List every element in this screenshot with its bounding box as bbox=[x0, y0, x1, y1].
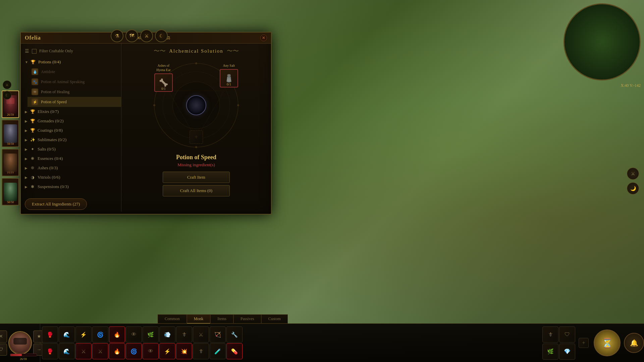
craft-all-button[interactable]: Craft All Items (0) bbox=[163, 185, 230, 196]
action-btn-2[interactable]: ☾ bbox=[3, 91, 11, 100]
recipe-animal-speaking[interactable]: 🐾 Potion of Animal Speaking bbox=[28, 77, 121, 87]
utility-slots: 🗡 🛡 🌿 💎 bbox=[541, 325, 577, 361]
portrait-4[interactable]: 50/50 bbox=[2, 178, 19, 205]
action-btn-1[interactable]: ⚔ bbox=[3, 80, 11, 89]
hotbar-slot-5[interactable]: 🔥 bbox=[109, 326, 125, 343]
category-suspensions[interactable]: ▶ ❃ Suspensions (0/3) bbox=[21, 182, 121, 191]
nav-icon-moon[interactable]: ☾ bbox=[155, 29, 168, 42]
utility-slot-4[interactable]: 💎 bbox=[559, 344, 575, 360]
category-vitriols[interactable]: ▶ ◑ Vitriols (0/6) bbox=[21, 173, 121, 182]
hotbar-slot-2[interactable]: 🌊 bbox=[59, 326, 75, 343]
hotbar-slot-10[interactable]: ⚔ bbox=[193, 326, 209, 343]
utility-slot-3[interactable]: 🌿 bbox=[542, 344, 558, 360]
extract-all-button[interactable]: Extract All Ingredients (27) bbox=[25, 198, 87, 210]
category-potions[interactable]: ▼ 🏆 Potions (0/4) bbox=[21, 57, 121, 67]
hotbar-slot-1[interactable]: 🥊 bbox=[42, 326, 58, 343]
portrait-3[interactable]: 77/77 bbox=[2, 149, 19, 176]
hotbar-slot-23[interactable]: 🧪 bbox=[210, 343, 226, 359]
tab-items[interactable]: Items bbox=[210, 314, 233, 323]
category-ashes[interactable]: ▶ ❊ Ashes (0/3) bbox=[21, 163, 121, 173]
craft-area: 〜〜 Alchemical Solution 〜〜 bbox=[121, 44, 271, 212]
essences-label: Essences (0/4) bbox=[38, 156, 63, 161]
recipe-healing[interactable]: ❤ Potion of Healing bbox=[28, 87, 121, 97]
ingredient-slot-left-box[interactable]: 🦴 0/1 bbox=[154, 73, 173, 92]
svg-point-7 bbox=[237, 104, 239, 106]
hotbar-slot-13[interactable]: 🥊 bbox=[42, 343, 58, 359]
sublimates-icon: ✨ bbox=[30, 137, 36, 143]
right-action-icons: ⚔ 🌙 bbox=[627, 168, 639, 194]
hotbar-slot-8[interactable]: 💨 bbox=[159, 326, 175, 343]
tab-monk[interactable]: Monk bbox=[187, 314, 211, 323]
ingredient-bottom-box[interactable]: + bbox=[190, 130, 203, 144]
utility-slot-1[interactable]: 🗡 bbox=[542, 326, 558, 343]
gold-timer-icon[interactable]: ⏳ bbox=[594, 329, 621, 356]
category-essences[interactable]: ▶ ❋ Essences (0/4) bbox=[21, 154, 121, 163]
tab-passives[interactable]: Passives bbox=[233, 314, 261, 323]
hotbar-slot-22[interactable]: 🗡 bbox=[193, 343, 209, 359]
hotbar-slot-7[interactable]: 🌿 bbox=[143, 326, 159, 343]
nav-icon-flask[interactable]: ⚗ bbox=[111, 29, 123, 42]
hotbar-slot-19[interactable]: 👁 bbox=[143, 343, 159, 359]
minimap[interactable] bbox=[564, 3, 641, 80]
expand-arrow-ashes: ▶ bbox=[25, 166, 28, 170]
hotbar-slot-14[interactable]: 🌊 bbox=[59, 343, 75, 359]
craftable-only-checkbox[interactable] bbox=[32, 49, 37, 54]
portrait-2[interactable]: 59/59 bbox=[2, 120, 19, 147]
alchemy-panel: Ofelia 901 ★ 2 7,221 ⚖ ✕ ☰ Filter bbox=[20, 32, 272, 215]
craft-item-button[interactable]: Craft Item bbox=[163, 172, 230, 183]
ingredient-slot-bottom: + bbox=[190, 130, 203, 144]
expand-arrow-salts: ▶ bbox=[25, 147, 28, 151]
tab-custom[interactable]: Custom bbox=[261, 314, 288, 323]
potions-recipe-list: 💧 Antidote 🐾 Potion of Animal Speaking ❤… bbox=[21, 67, 121, 107]
recipe-antidote[interactable]: 💧 Antidote bbox=[28, 67, 121, 77]
right-icon-1[interactable]: ⚔ bbox=[627, 168, 639, 180]
hotbar-slot-17[interactable]: 🔥 bbox=[109, 343, 125, 359]
hotbar-slot-18[interactable]: 🌀 bbox=[126, 343, 142, 359]
category-salts[interactable]: ▶ ✦ Salts (0/5) bbox=[21, 144, 121, 154]
utility-slot-2[interactable]: 🛡 bbox=[559, 326, 575, 343]
category-sublimates[interactable]: ▶ ✨ Sublimates (0/2) bbox=[21, 135, 121, 144]
healing-icon: ❤ bbox=[32, 88, 38, 95]
utility-row-2: 🌿 💎 bbox=[542, 344, 575, 360]
hotbar-slot-3[interactable]: ⚡ bbox=[75, 326, 92, 343]
right-icon-2[interactable]: 🌙 bbox=[627, 182, 639, 194]
recipe-speed[interactable]: ⚡ Potion of Speed bbox=[28, 97, 121, 107]
hotbar-slot-6[interactable]: 👁 bbox=[126, 326, 142, 343]
hotbar-slot-12[interactable]: 🔧 bbox=[226, 326, 243, 343]
close-button[interactable]: ✕ bbox=[260, 35, 267, 41]
category-grenades[interactable]: ▶ 🏆 Grenades (0/2) bbox=[21, 116, 121, 126]
tab-common[interactable]: Common bbox=[158, 314, 187, 323]
ingredient-slot-right[interactable]: Any Salt 🧂 0/1 bbox=[220, 63, 238, 87]
filter-row: ☰ Filter Craftable Only bbox=[21, 47, 121, 57]
sublimates-label: Sublimates (0/2) bbox=[38, 137, 66, 142]
ingredient-slot-left[interactable]: Ashes ofHyena Ear 🦴 0/1 bbox=[154, 63, 173, 92]
hotbar-slot-24[interactable]: 💊 bbox=[226, 343, 243, 359]
panel-nav: ⚗ 🗺 ⚔ ☾ bbox=[111, 29, 168, 42]
hotbar-slot-4[interactable]: 🌀 bbox=[92, 326, 108, 343]
hotbar-slot-16[interactable]: ⚔ bbox=[92, 343, 108, 359]
sound-icon[interactable]: 🔔 bbox=[624, 333, 644, 353]
hotbar-slot-15[interactable]: ⚔ bbox=[75, 343, 92, 359]
char-portrait-large[interactable] bbox=[8, 331, 32, 355]
hotbar-slot-20[interactable]: ⚡ bbox=[159, 343, 175, 359]
timer-symbol: ⏳ bbox=[601, 338, 613, 349]
panel-title: Ofelia bbox=[25, 35, 41, 41]
expand-arrow-potions: ▼ bbox=[25, 60, 28, 64]
category-coatings[interactable]: ▶ 🏆 Coatings (0/8) bbox=[21, 126, 121, 135]
portrait-1-hp: 26/59 bbox=[2, 113, 18, 116]
hotbar-slot-11[interactable]: 🏹 bbox=[210, 326, 226, 343]
speed-icon: ⚡ bbox=[32, 99, 38, 105]
nav-icon-map[interactable]: 🗺 bbox=[125, 29, 138, 42]
potions-category-icon: 🏆 bbox=[30, 59, 36, 65]
category-elixirs[interactable]: ▶ 🏆 Elixirs (0/7) bbox=[21, 107, 121, 116]
ingredient-slot-right-box[interactable]: 🧂 0/1 bbox=[220, 69, 238, 87]
nav-icon-sword[interactable]: ⚔ bbox=[140, 29, 153, 42]
hotbar-slot-21[interactable]: 💥 bbox=[176, 343, 192, 359]
skill-icon-cross[interactable]: ✕ bbox=[0, 330, 7, 343]
hotbar-slot-9[interactable]: 🗡 bbox=[176, 326, 192, 343]
essences-icon: ❋ bbox=[30, 156, 36, 162]
expand-slot[interactable]: + bbox=[579, 338, 589, 348]
animal-speaking-label: Potion of Animal Speaking bbox=[41, 79, 85, 84]
portrait-3-hp: 77/77 bbox=[2, 171, 18, 175]
skill-icon-shield[interactable]: 🛡 bbox=[0, 344, 7, 356]
